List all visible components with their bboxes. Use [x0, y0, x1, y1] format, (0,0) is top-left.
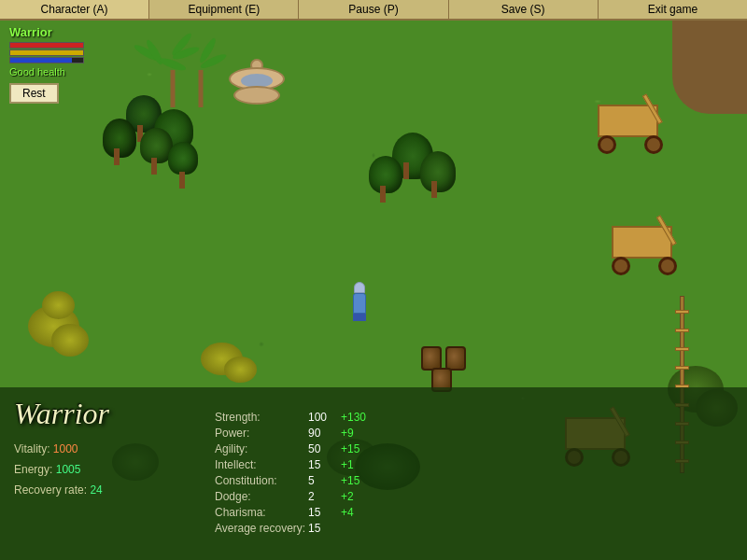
stat-num-0: 100 — [308, 411, 341, 424]
stat-row-5: Dodge: 2 +2 — [215, 490, 738, 503]
stat-row-2: Agility: 50 +15 — [215, 442, 738, 455]
energy-bar-bg — [9, 49, 84, 56]
tree-5 — [163, 142, 201, 189]
rest-button[interactable]: Rest — [9, 83, 59, 104]
bush-mid-left-2 — [224, 357, 257, 383]
menu-pause[interactable]: Pause (P) — [299, 0, 448, 19]
energy-bar-fill — [10, 50, 83, 55]
vitality-value: 1000 — [53, 441, 78, 458]
stat-num-7: 15 — [308, 522, 341, 535]
recovery-label: Recovery rate: — [14, 482, 87, 499]
tree-mid-2 — [416, 151, 453, 198]
stat-bonus-2: +15 — [341, 442, 359, 455]
stat-name-7: Average recovery: — [215, 522, 308, 535]
tree-mid-3 — [364, 156, 402, 203]
stat-row-0: Strength: 100 +130 — [215, 411, 738, 424]
stat-row-6: Charisma: 15 +4 — [215, 506, 738, 519]
energy-value: 1005 — [56, 461, 81, 479]
health-bar-bg — [9, 42, 84, 49]
stat-name-6: Charisma: — [215, 506, 308, 519]
cart-mid-right — [607, 221, 682, 277]
char-stats-left: Vitality: 1000 Energy: 1005 Recovery rat… — [14, 441, 191, 500]
stat-num-3: 15 — [308, 458, 341, 471]
stat-name-5: Dodge: — [215, 490, 308, 503]
menu-exit[interactable]: Exit game — [599, 0, 747, 19]
recovery-row: Recovery rate: 24 — [14, 482, 191, 499]
warrior-sprite — [350, 282, 369, 315]
health-bar-fill — [10, 43, 83, 48]
energy-label: Energy: — [14, 461, 52, 479]
bush-yellow-3 — [42, 291, 75, 319]
menu-character[interactable]: Character (A) — [0, 0, 149, 19]
char-stats-right: Strength: 100 +130 Power: 90 +9 Agility:… — [205, 387, 747, 560]
stat-bonus-4: +15 — [341, 474, 359, 487]
stat-bonus-5: +2 — [341, 490, 354, 503]
health-bars — [9, 42, 84, 63]
stat-num-5: 2 — [308, 490, 341, 503]
char-big-name: Warrior — [14, 397, 191, 431]
stat-name-3: Intellect: — [215, 458, 308, 471]
energy-row: Energy: 1005 — [14, 461, 191, 479]
stat-num-1: 90 — [308, 427, 341, 440]
bush-yellow-2 — [51, 324, 89, 357]
char-portrait-area: Warrior Vitality: 1000 Energy: 1005 Reco… — [0, 387, 205, 560]
menu-equipment[interactable]: Equipment (E) — [149, 0, 299, 19]
stat-bonus-1: +9 — [341, 427, 354, 440]
fountain — [224, 53, 289, 105]
tree-4 — [98, 119, 135, 165]
stat-bonus-6: +4 — [341, 506, 354, 519]
stat-bonus-3: +1 — [341, 458, 354, 471]
health-status-text: Good health — [9, 66, 84, 77]
vitality-row: Vitality: 1000 — [14, 441, 191, 458]
stat-num-4: 5 — [308, 474, 341, 487]
stat-num-6: 15 — [308, 506, 341, 519]
recovery-value: 24 — [90, 482, 102, 499]
vitality-label: Vitality: — [14, 441, 49, 458]
palm-tree-2 — [182, 56, 219, 107]
stat-name-0: Strength: — [215, 411, 308, 424]
mana-bar-bg — [9, 57, 84, 63]
stat-row-4: Constitution: 5 +15 — [215, 474, 738, 487]
menu-bar: Character (A) Equipment (E) Pause (P) Sa… — [0, 0, 747, 21]
hud-char-name: Warrior — [9, 25, 84, 39]
stat-name-2: Agility: — [215, 442, 308, 455]
hud-topleft: Warrior Good health Rest — [9, 25, 84, 104]
cart-top-right — [593, 100, 668, 156]
stat-name-1: Power: — [215, 427, 308, 440]
stat-num-2: 50 — [308, 442, 341, 455]
stat-bonus-0: +130 — [341, 411, 366, 424]
game-world[interactable]: Warrior Good health Rest — [0, 21, 747, 560]
dirt-area — [672, 21, 747, 114]
char-panel: Warrior Vitality: 1000 Energy: 1005 Reco… — [0, 387, 747, 560]
stat-row-1: Power: 90 +9 — [215, 427, 738, 440]
stat-row-7: Average recovery: 15 — [215, 522, 738, 535]
stat-name-4: Constitution: — [215, 474, 308, 487]
menu-save[interactable]: Save (S) — [449, 0, 599, 19]
stat-row-3: Intellect: 15 +1 — [215, 458, 738, 471]
mana-bar-fill — [10, 58, 72, 63]
